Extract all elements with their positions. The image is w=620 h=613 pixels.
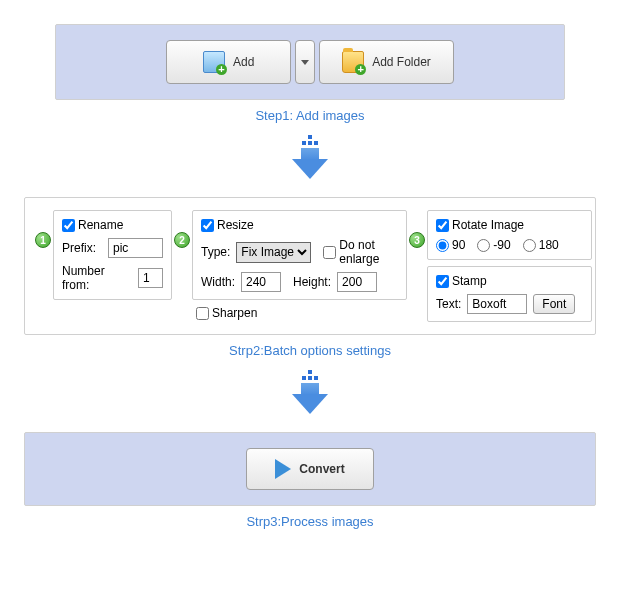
folder-add-icon <box>342 51 364 73</box>
convert-button[interactable]: Convert <box>246 448 373 490</box>
height-label: Height: <box>293 275 331 289</box>
rotate-90-input[interactable] <box>436 239 449 252</box>
type-label: Type: <box>201 245 230 259</box>
stamp-text-label: Text: <box>436 297 461 311</box>
badge-2: 2 <box>174 232 190 248</box>
step3-caption: Strp3:Process images <box>24 514 596 529</box>
number-from-input[interactable] <box>138 268 163 288</box>
arrow-down-icon <box>24 370 596 414</box>
sharpen-checkbox[interactable]: Sharpen <box>196 306 407 320</box>
stamp-group: Stamp Text: Font <box>427 266 592 322</box>
number-from-label: Number from: <box>62 264 132 292</box>
rotate-180-radio[interactable]: 180 <box>523 238 559 252</box>
do-not-enlarge-label: Do not enlarge <box>339 238 398 266</box>
rotate-90-radio[interactable]: 90 <box>436 238 465 252</box>
arrow-down-icon <box>24 135 596 179</box>
prefix-label: Prefix: <box>62 241 102 255</box>
rotate-180-label: 180 <box>539 238 559 252</box>
step1-panel: Add Add Folder <box>55 24 565 100</box>
badge-1: 1 <box>35 232 51 248</box>
convert-button-label: Convert <box>299 462 344 476</box>
font-button[interactable]: Font <box>533 294 575 314</box>
stamp-checkbox[interactable]: Stamp <box>436 274 583 288</box>
rotate-neg90-label: -90 <box>493 238 510 252</box>
add-dropdown-button[interactable] <box>295 40 315 84</box>
sharpen-checkbox-input[interactable] <box>196 307 209 320</box>
rotate-checkbox-input[interactable] <box>436 219 449 232</box>
rotate-checkbox-label: Rotate Image <box>452 218 524 232</box>
add-button[interactable]: Add <box>166 40 291 84</box>
rotate-checkbox[interactable]: Rotate Image <box>436 218 583 232</box>
resize-checkbox-label: Resize <box>217 218 254 232</box>
rotate-180-input[interactable] <box>523 239 536 252</box>
rename-group: Rename Prefix: Number from: <box>53 210 172 300</box>
height-input[interactable] <box>337 272 377 292</box>
do-not-enlarge-input[interactable] <box>323 246 336 259</box>
rotate-90-label: 90 <box>452 238 465 252</box>
resize-group: Resize Type: Fix Image Do not enlarge Wi… <box>192 210 407 300</box>
rename-checkbox-label: Rename <box>78 218 123 232</box>
step2-caption: Strp2:Batch options settings <box>24 343 596 358</box>
do-not-enlarge-checkbox[interactable]: Do not enlarge <box>323 238 398 266</box>
step3-panel: Convert <box>24 432 596 506</box>
rename-checkbox[interactable]: Rename <box>62 218 163 232</box>
image-add-icon <box>203 51 225 73</box>
width-input[interactable] <box>241 272 281 292</box>
chevron-down-icon <box>301 60 309 65</box>
width-label: Width: <box>201 275 235 289</box>
stamp-text-input[interactable] <box>467 294 527 314</box>
type-select[interactable]: Fix Image <box>236 242 311 263</box>
add-button-label: Add <box>233 55 254 69</box>
rotate-neg90-input[interactable] <box>477 239 490 252</box>
step2-panel: 1 Rename Prefix: Number from: 2 Resize T… <box>24 197 596 335</box>
play-icon <box>275 459 291 479</box>
badge-3: 3 <box>409 232 425 248</box>
rotate-group: Rotate Image 90 -90 180 <box>427 210 592 260</box>
sharpen-label: Sharpen <box>212 306 257 320</box>
add-folder-button-label: Add Folder <box>372 55 431 69</box>
add-folder-button[interactable]: Add Folder <box>319 40 454 84</box>
stamp-checkbox-input[interactable] <box>436 275 449 288</box>
resize-checkbox-input[interactable] <box>201 219 214 232</box>
rename-checkbox-input[interactable] <box>62 219 75 232</box>
step1-caption: Step1: Add images <box>24 108 596 123</box>
prefix-input[interactable] <box>108 238 163 258</box>
resize-checkbox[interactable]: Resize <box>201 218 398 232</box>
rotate-neg90-radio[interactable]: -90 <box>477 238 510 252</box>
stamp-checkbox-label: Stamp <box>452 274 487 288</box>
